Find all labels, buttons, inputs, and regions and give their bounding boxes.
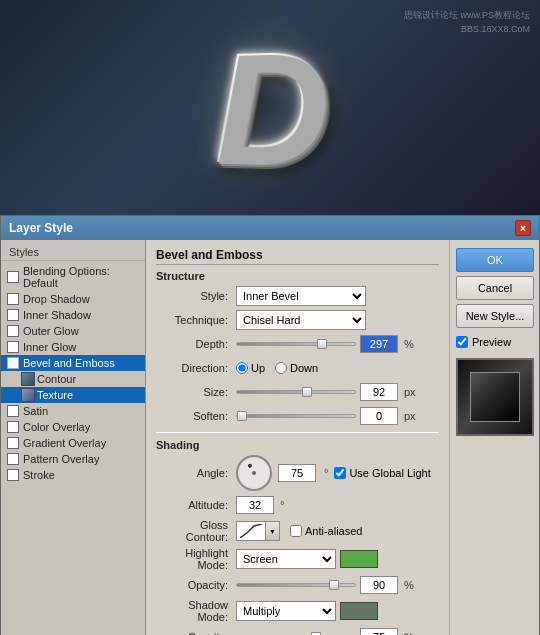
preview-checkbox[interactable]: [456, 336, 468, 348]
texture-sub-icon: [21, 388, 35, 402]
stroke-checkbox[interactable]: [7, 469, 19, 481]
anti-aliased-checkbox[interactable]: [290, 525, 302, 537]
style-label: Style:: [156, 290, 236, 302]
direction-down-radio[interactable]: [275, 362, 287, 374]
soften-slider[interactable]: [236, 414, 356, 418]
outer-glow-checkbox[interactable]: [7, 325, 19, 337]
blending-options-checkbox[interactable]: [7, 271, 19, 283]
depth-slider-thumb[interactable]: [317, 339, 327, 349]
size-label: Size:: [156, 386, 236, 398]
color-overlay-checkbox[interactable]: [7, 421, 19, 433]
preview-thumbnail[interactable]: [456, 358, 534, 436]
gloss-contour-control: ▼ Anti-aliased: [236, 521, 439, 541]
sidebar-item-color-overlay[interactable]: Color Overlay: [1, 419, 145, 435]
contour-svg: [240, 524, 262, 538]
pattern-overlay-checkbox[interactable]: [7, 453, 19, 465]
ok-button[interactable]: OK: [456, 248, 534, 272]
inner-glow-checkbox[interactable]: [7, 341, 19, 353]
technique-select[interactable]: Chisel Hard: [236, 310, 366, 330]
sidebar-item-outer-glow[interactable]: Outer Glow: [1, 323, 145, 339]
highlight-opacity-row: Opacity: %: [156, 575, 439, 595]
soften-control: px: [236, 407, 439, 425]
divider-1: [156, 432, 439, 433]
angle-control: ° Use Global Light: [236, 455, 439, 491]
angle-row: Angle: ° Use Global Light: [156, 455, 439, 491]
highlight-color-swatch[interactable]: [340, 550, 378, 568]
direction-down-item: Down: [275, 362, 318, 374]
soften-input[interactable]: [360, 407, 398, 425]
dialog-body: Styles Blending Options: Default Drop Sh…: [1, 240, 539, 635]
angle-circle[interactable]: [236, 455, 272, 491]
shadow-mode-select[interactable]: Multiply: [236, 601, 336, 621]
direction-up-radio[interactable]: [236, 362, 248, 374]
depth-control: %: [236, 335, 439, 353]
direction-down-label: Down: [290, 362, 318, 374]
sidebar-item-pattern-overlay[interactable]: Pattern Overlay: [1, 451, 145, 467]
shadow-opacity-unit: %: [404, 631, 414, 635]
altitude-row: Altitude: °: [156, 495, 439, 515]
highlight-opacity-thumb[interactable]: [329, 580, 339, 590]
anti-aliased-label: Anti-aliased: [305, 525, 362, 537]
preview-area: D 思锐设计论坛 www.PS教程论坛 BBS.16XX8.CoM: [0, 0, 540, 215]
shadow-color-swatch[interactable]: [340, 602, 378, 620]
shadow-opacity-input[interactable]: [360, 628, 398, 635]
new-style-button[interactable]: New Style...: [456, 304, 534, 328]
highlight-mode-select[interactable]: Screen: [236, 549, 336, 569]
use-global-light-checkbox[interactable]: [334, 467, 346, 479]
sidebar-item-inner-glow[interactable]: Inner Glow: [1, 339, 145, 355]
preview-checkbox-container: Preview: [456, 336, 533, 348]
direction-label: Direction:: [156, 362, 236, 374]
global-light-control: Use Global Light: [334, 467, 430, 479]
style-control: Inner Bevel: [236, 286, 439, 306]
sidebar-item-contour[interactable]: Contour: [1, 371, 145, 387]
close-button[interactable]: ×: [515, 220, 531, 236]
size-input[interactable]: [360, 383, 398, 401]
button-column: OK Cancel New Style... Preview: [449, 240, 539, 635]
sidebar-item-drop-shadow[interactable]: Drop Shadow: [1, 291, 145, 307]
altitude-control: °: [236, 496, 439, 514]
highlight-mode-label: Highlight Mode:: [156, 547, 236, 571]
sidebar-item-bevel-emboss[interactable]: ✓ Bevel and Emboss: [1, 355, 145, 371]
inner-shadow-checkbox[interactable]: [7, 309, 19, 321]
preview-letter: D: [214, 13, 328, 202]
size-control: px: [236, 383, 439, 401]
size-slider[interactable]: [236, 390, 356, 394]
satin-checkbox[interactable]: [7, 405, 19, 417]
sidebar-item-gradient-overlay[interactable]: Gradient Overlay: [1, 435, 145, 451]
angle-input[interactable]: [278, 464, 316, 482]
size-row: Size: px: [156, 382, 439, 402]
angle-unit: °: [324, 467, 328, 479]
depth-slider[interactable]: [236, 342, 356, 346]
depth-row: Depth: %: [156, 334, 439, 354]
styles-header[interactable]: Styles: [1, 244, 145, 261]
size-slider-thumb[interactable]: [302, 387, 312, 397]
sidebar-item-texture[interactable]: Texture: [1, 387, 145, 403]
sidebar-item-stroke[interactable]: Stroke: [1, 467, 145, 483]
gradient-overlay-checkbox[interactable]: [7, 437, 19, 449]
contour-preview[interactable]: [236, 521, 266, 541]
depth-input[interactable]: [360, 335, 398, 353]
highlight-mode-control: Screen: [236, 549, 439, 569]
altitude-label: Altitude:: [156, 499, 236, 511]
style-row: Style: Inner Bevel: [156, 286, 439, 306]
style-select[interactable]: Inner Bevel: [236, 286, 366, 306]
left-panel: Styles Blending Options: Default Drop Sh…: [1, 240, 146, 635]
angle-label: Angle:: [156, 467, 236, 479]
gloss-contour-row: Gloss Contour: ▼ Anti-al: [156, 519, 439, 543]
highlight-opacity-control: %: [236, 576, 439, 594]
contour-dropdown-button[interactable]: ▼: [266, 521, 280, 541]
cancel-button[interactable]: Cancel: [456, 276, 534, 300]
drop-shadow-checkbox[interactable]: [7, 293, 19, 305]
preview-label: Preview: [472, 336, 511, 348]
contour-sub-icon: [21, 372, 35, 386]
soften-label: Soften:: [156, 410, 236, 422]
altitude-input[interactable]: [236, 496, 274, 514]
soften-slider-thumb[interactable]: [237, 411, 247, 421]
sidebar-item-inner-shadow[interactable]: Inner Shadow: [1, 307, 145, 323]
highlight-mode-row: Highlight Mode: Screen: [156, 547, 439, 571]
highlight-opacity-slider[interactable]: [236, 583, 356, 587]
bevel-emboss-checkbox[interactable]: ✓: [7, 357, 19, 369]
highlight-opacity-input[interactable]: [360, 576, 398, 594]
sidebar-item-blending-options[interactable]: Blending Options: Default: [1, 263, 145, 291]
sidebar-item-satin[interactable]: Satin: [1, 403, 145, 419]
